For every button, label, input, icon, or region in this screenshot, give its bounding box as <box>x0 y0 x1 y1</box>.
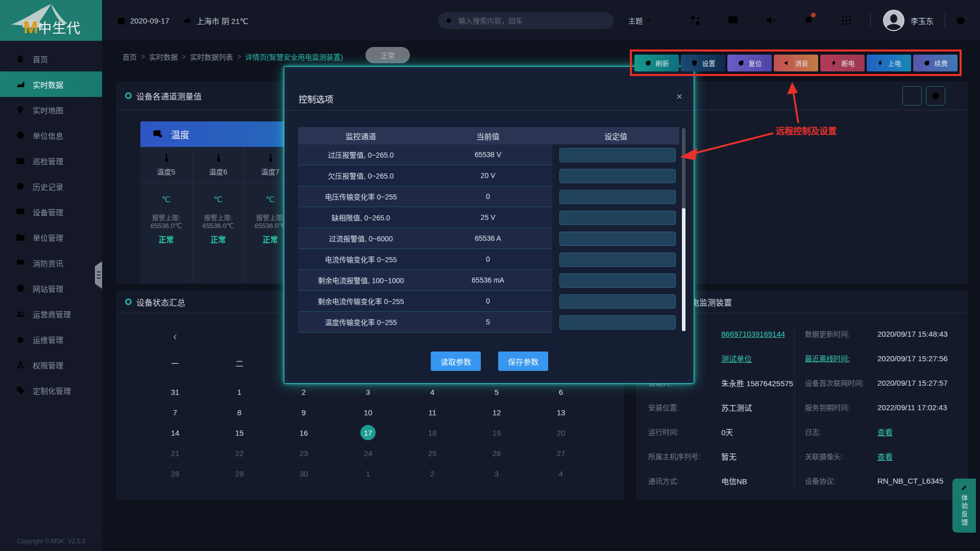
calendar-day[interactable]: 3 <box>336 382 400 402</box>
calendar-day[interactable]: 19 <box>464 422 529 443</box>
sound-button[interactable] <box>765 14 777 27</box>
power-on-button[interactable]: 上电 <box>867 55 911 71</box>
info-value[interactable]: 测试单位 <box>721 353 752 364</box>
calendar-prev-button[interactable]: ‹ <box>143 330 207 343</box>
sidebar-item-customization-mgmt[interactable]: 定制化管理 <box>0 378 102 403</box>
calendar-day[interactable]: 25 <box>400 443 464 463</box>
sidebar-item-history[interactable]: 历史记录 <box>0 173 102 199</box>
info-label: 设备首次联网时间: <box>805 378 877 388</box>
breadcrumb-item-1[interactable]: 实时数据 <box>149 52 178 62</box>
logo[interactable]: M中生代 <box>0 0 102 41</box>
sidebar-item-ops-mgmt[interactable]: 运维管理 <box>0 327 102 352</box>
calendar-day[interactable]: 6 <box>529 382 593 402</box>
save-params-button[interactable]: 保存参数 <box>498 352 548 371</box>
calendar-day[interactable]: 23 <box>272 443 336 463</box>
modal-scrollbar[interactable] <box>682 128 685 331</box>
settings-button[interactable]: 设置 <box>681 55 725 71</box>
calendar-day[interactable]: 1 <box>336 463 400 484</box>
setpoint-input-7[interactable] <box>559 294 676 309</box>
setpoint-input-0[interactable] <box>559 148 676 162</box>
breadcrumb-item-2[interactable]: 实时数据列表 <box>190 52 233 62</box>
card-divider <box>192 182 244 183</box>
notifications-button[interactable] <box>802 14 815 27</box>
calendar-day[interactable]: 31 <box>143 382 207 402</box>
info-label[interactable]: 最近离线时间: <box>805 353 877 363</box>
mute-button[interactable]: 消音 <box>774 55 818 71</box>
calendar-day[interactable]: 27 <box>529 443 593 463</box>
info-value[interactable]: 查看 <box>877 427 893 437</box>
chart-view-button[interactable] <box>902 86 922 106</box>
calendar-day[interactable]: 7 <box>143 402 207 422</box>
close-icon[interactable]: × <box>676 91 682 102</box>
calendar-day[interactable]: 15 <box>207 422 272 443</box>
search-box[interactable] <box>438 12 614 29</box>
setpoint-input-8[interactable] <box>559 315 676 330</box>
dashboard-button[interactable] <box>727 14 739 27</box>
history-view-button[interactable] <box>926 86 945 106</box>
calendar-day[interactable]: 4 <box>400 382 464 402</box>
calendar-day[interactable]: 24 <box>336 443 400 463</box>
read-params-button[interactable]: 读取参数 <box>431 352 481 371</box>
calendar-day[interactable]: 20 <box>529 422 593 443</box>
collapse-line <box>97 274 101 276</box>
logout-button[interactable] <box>954 14 967 27</box>
sidebar-item-device-mgmt[interactable]: 设备管理 <box>0 199 102 224</box>
calendar-day[interactable]: 3 <box>464 463 529 484</box>
calendar-day[interactable]: 1 <box>207 382 272 402</box>
calendar-day[interactable]: 12 <box>464 402 529 422</box>
power-off-button[interactable]: 断电 <box>820 55 865 71</box>
apps-grid-button[interactable] <box>840 14 852 27</box>
calendar-day[interactable]: 4 <box>529 463 593 484</box>
sidebar-item-unit-info[interactable]: 单位信息 <box>0 122 102 148</box>
calendar-day[interactable]: 13 <box>529 402 593 422</box>
setpoint-input-5[interactable] <box>559 253 676 267</box>
setpoint-input-2[interactable] <box>559 190 676 204</box>
sidebar-item-label: 首页 <box>33 54 48 64</box>
calendar-day[interactable]: 10 <box>336 402 400 422</box>
setpoint-input-6[interactable] <box>559 273 676 288</box>
renew-button[interactable]: 续费 <box>913 55 958 71</box>
current-value-cell: 0 <box>424 192 552 201</box>
sidebar-item-inspection-mgmt[interactable]: 巡检管理 <box>0 148 102 173</box>
info-value[interactable]: 查看 <box>877 451 893 462</box>
calendar-day[interactable]: 5 <box>464 382 529 402</box>
search-input[interactable] <box>457 16 595 26</box>
calendar-day[interactable]: 18 <box>400 422 464 443</box>
sidebar-item-permission-mgmt[interactable]: 权限管理 <box>0 352 102 378</box>
setpoint-input-1[interactable] <box>559 169 676 183</box>
sidebar-item-site-mgmt[interactable]: 网站管理 <box>0 276 102 301</box>
calendar-day[interactable]: 14 <box>143 422 207 443</box>
refresh-button[interactable]: 刷新 <box>634 55 679 71</box>
calendar-day-selected[interactable]: 17 <box>336 422 400 443</box>
calendar-day[interactable]: 21 <box>143 443 207 463</box>
calendar-day[interactable]: 22 <box>207 443 272 463</box>
setpoint-input-4[interactable] <box>559 232 676 246</box>
current-value-cell: 20 V <box>424 171 552 180</box>
calendar-day[interactable]: 11 <box>400 402 464 422</box>
calendar-day[interactable]: 2 <box>400 463 464 484</box>
sidebar-item-unit-mgmt[interactable]: 单位管理 <box>0 224 102 250</box>
avatar[interactable] <box>883 10 904 31</box>
modal-scrollbar-thumb[interactable] <box>682 208 685 331</box>
calendar-day[interactable]: 8 <box>207 402 272 422</box>
calendar-day[interactable]: 29 <box>207 463 272 484</box>
sidebar-item-realtime-map[interactable]: 实时地图 <box>0 97 102 122</box>
reset-button[interactable]: 复位 <box>727 55 772 71</box>
sidebar-item-realtime-data[interactable]: 实时数据 <box>0 71 102 97</box>
breadcrumb-item-0[interactable]: 首页 <box>122 52 137 62</box>
screen-switch-button[interactable] <box>689 14 701 27</box>
theme-selector[interactable]: 主题 <box>628 15 652 26</box>
calendar-day[interactable]: 9 <box>272 402 336 422</box>
feedback-button[interactable]: 体验反馈 <box>952 479 976 533</box>
calendar-day[interactable]: 30 <box>272 463 336 484</box>
calendar-day[interactable]: 2 <box>272 382 336 402</box>
calendar-day[interactable]: 28 <box>143 463 207 484</box>
calendar-day[interactable]: 26 <box>464 443 529 463</box>
sidebar-item-operator-mgmt[interactable]: 运营商管理 <box>0 301 102 327</box>
calendar-day[interactable]: 16 <box>272 422 336 443</box>
sidebar-item-home[interactable]: 首页 <box>0 46 102 71</box>
setpoint-input-3[interactable] <box>559 211 676 225</box>
sidebar-item-fire-news[interactable]: 消防资讯 <box>0 250 102 276</box>
info-value[interactable]: 866971039169144 <box>721 330 785 338</box>
temp-channel-card: 温度5℃报警上限:65536.0℃正常 <box>140 147 192 284</box>
